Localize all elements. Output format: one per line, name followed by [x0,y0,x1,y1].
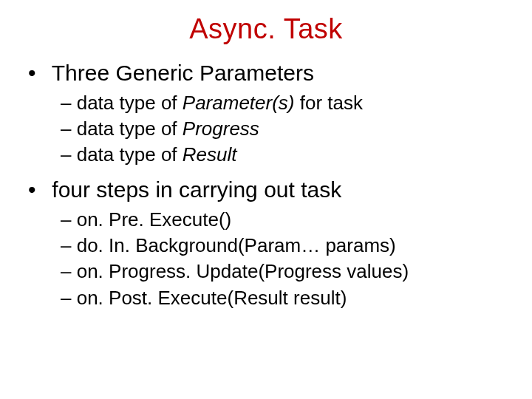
sub-block-params: data type of Parameter(s) for task data … [61,90,510,168]
sub-item-progressupdate: on. Progress. Update(Progress values) [61,259,510,284]
text-prefix: do. In. Background(Param… params) [77,234,396,256]
bullet-l1-text: Three Generic Parameters [52,61,314,85]
sub-item-progress: data type of Progress [61,116,510,142]
text-suffix: for task [295,92,363,114]
text-prefix: on. Post. Execute(Result result) [77,287,347,309]
bullet-l1-text: four steps in carrying out task [52,177,341,202]
slide-title: Async. Task [22,13,510,45]
sub-item-doinbackground: do. In. Background(Param… params) [61,233,510,259]
text-prefix: on. Pre. Execute() [77,208,232,231]
sub-block-steps: on. Pre. Execute() do. In. Background(Pa… [61,207,510,310]
sub-item-preexecute: on. Pre. Execute() [61,207,510,233]
text-prefix: data type of [77,92,183,114]
text-em: Parameter(s) [183,92,295,114]
text-em: Progress [183,117,259,140]
text-prefix: on. Progress. Update(Progress values) [77,260,409,282]
bullet-generic-params: Three Generic Parameters [28,58,510,87]
text-prefix: data type of [77,117,183,140]
text-em: Result [183,143,237,166]
sub-item-postexecute: on. Post. Execute(Result result) [61,285,510,311]
text-prefix: data type of [77,143,183,166]
bullet-four-steps: four steps in carrying out task [28,175,510,204]
sub-item-result: data type of Result [61,142,510,168]
sub-item-parameter: data type of Parameter(s) for task [61,90,510,116]
